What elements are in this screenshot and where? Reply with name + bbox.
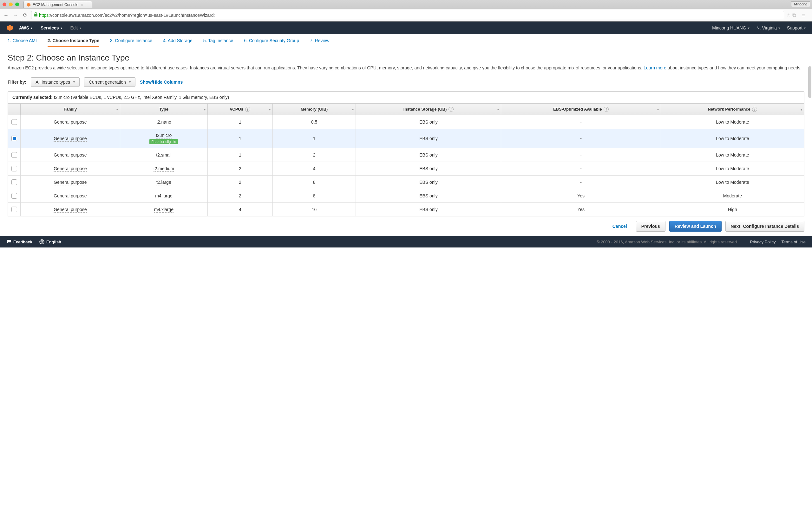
nav-reload-icon[interactable]: ⟳ bbox=[21, 12, 29, 18]
sort-icon: ▾ bbox=[801, 107, 802, 111]
table-row[interactable]: General purposem4.xlarge416EBS onlyYesHi… bbox=[8, 203, 804, 216]
wizard-step-4[interactable]: 5. Tag Instance bbox=[203, 38, 234, 47]
nav-services[interactable]: Services ▾ bbox=[41, 25, 62, 31]
info-icon[interactable]: i bbox=[449, 107, 454, 112]
wizard-step-1[interactable]: 2. Choose Instance Type bbox=[48, 38, 99, 47]
table-row[interactable]: General purposem4.large28EBS onlyYesMode… bbox=[8, 189, 804, 203]
family-cell: General purpose bbox=[54, 193, 87, 199]
sort-icon: ▾ bbox=[116, 107, 118, 111]
memory-cell: 2 bbox=[272, 148, 356, 162]
table-row[interactable]: General purposet2.small12EBS only-Low to… bbox=[8, 148, 804, 162]
menu-icon[interactable]: ≡ bbox=[800, 12, 807, 18]
info-icon[interactable]: i bbox=[245, 107, 250, 112]
info-icon[interactable]: i bbox=[604, 107, 609, 112]
address-bar: ← → ⟳ https://console.aws.amazon.com/ec2… bbox=[0, 9, 812, 21]
wizard-step-2[interactable]: 3. Configure Instance bbox=[110, 38, 152, 47]
info-icon[interactable]: i bbox=[752, 107, 757, 112]
page-body: Step 2: Choose an Instance Type Amazon E… bbox=[0, 47, 812, 216]
col-family[interactable]: Family▾ bbox=[20, 103, 120, 115]
nav-support[interactable]: Support ▾ bbox=[787, 25, 806, 31]
vcpus-cell: 4 bbox=[207, 203, 272, 216]
bookmark-icon[interactable]: ☆ bbox=[786, 13, 791, 17]
tab-close-icon[interactable]: × bbox=[81, 3, 83, 7]
col-ebsopt[interactable]: EBS-Optimized Available i▾ bbox=[501, 103, 661, 115]
action-bar: Cancel Previous Review and Launch Next: … bbox=[0, 216, 812, 236]
nav-user[interactable]: Mincong HUANG ▾ bbox=[712, 25, 749, 31]
table-row[interactable]: General purposet2.large28EBS only-Low to… bbox=[8, 176, 804, 189]
vcpus-cell: 2 bbox=[207, 162, 272, 176]
caret-down-icon: ▾ bbox=[129, 80, 131, 83]
speech-bubble-icon bbox=[6, 239, 11, 244]
col-vcpus[interactable]: vCPUs i▾ bbox=[207, 103, 272, 115]
row-checkbox[interactable] bbox=[11, 119, 17, 125]
table-row[interactable]: General purposet2.nano10.5EBS only-Low t… bbox=[8, 115, 804, 129]
wizard-step-0[interactable]: 1. Choose AMI bbox=[8, 38, 37, 47]
window-close-icon[interactable] bbox=[3, 3, 6, 6]
desc-text-2: about instance types and how they can me… bbox=[666, 65, 802, 70]
row-checkbox[interactable] bbox=[11, 166, 17, 171]
nav-aws[interactable]: AWS ▾ bbox=[19, 25, 32, 31]
aws-logo-icon[interactable] bbox=[6, 24, 13, 32]
aws-favicon-icon bbox=[26, 3, 31, 7]
storage-cell: EBS only bbox=[356, 129, 501, 148]
col-storage[interactable]: Instance Storage (GB) i▾ bbox=[356, 103, 501, 115]
window-minimize-icon[interactable] bbox=[9, 3, 13, 6]
nav-region[interactable]: N. Virginia ▾ bbox=[757, 25, 780, 31]
vcpus-cell: 2 bbox=[207, 176, 272, 189]
row-checkbox[interactable] bbox=[11, 135, 17, 141]
network-cell: Low to Moderate bbox=[661, 148, 804, 162]
nav-edit[interactable]: Edit ▾ bbox=[70, 25, 81, 31]
window-maximize-icon[interactable] bbox=[15, 3, 19, 6]
row-checkbox[interactable] bbox=[11, 179, 17, 185]
nav-forward-icon[interactable]: → bbox=[12, 12, 19, 18]
table-row[interactable]: General purposet2.medium24EBS only-Low t… bbox=[8, 162, 804, 176]
scrollbar[interactable] bbox=[808, 66, 811, 98]
url-input[interactable]: https://console.aws.amazon.com/ec2/v2/ho… bbox=[31, 11, 784, 19]
feedback-button[interactable]: Feedback bbox=[6, 239, 32, 244]
cancel-button[interactable]: Cancel bbox=[607, 221, 632, 231]
type-cell: t2.nano bbox=[156, 119, 171, 125]
filter-instance-types-dropdown[interactable]: All instance types▾ bbox=[31, 77, 80, 87]
previous-button[interactable]: Previous bbox=[636, 221, 665, 232]
col-memory[interactable]: Memory (GiB)▾ bbox=[272, 103, 356, 115]
row-checkbox[interactable] bbox=[11, 193, 17, 199]
col-type[interactable]: Type▾ bbox=[120, 103, 207, 115]
review-launch-button[interactable]: Review and Launch bbox=[669, 221, 722, 232]
filter-generation-dropdown[interactable]: Current generation▾ bbox=[84, 77, 136, 87]
tab-title: EC2 Management Console bbox=[33, 3, 78, 7]
caret-down-icon: ▾ bbox=[73, 80, 75, 83]
learn-more-link[interactable]: Learn more bbox=[644, 65, 666, 70]
col-network[interactable]: Network Performance i▾ bbox=[661, 103, 804, 115]
table-row[interactable]: General purposet2.microFree tier eligibl… bbox=[8, 129, 804, 148]
caret-down-icon: ▾ bbox=[61, 26, 62, 30]
lock-icon bbox=[34, 12, 38, 18]
free-tier-badge: Free tier eligible bbox=[149, 139, 178, 144]
chrome-profile-badge[interactable]: Mincong bbox=[791, 1, 810, 7]
network-cell: Low to Moderate bbox=[661, 162, 804, 176]
wizard-step-5[interactable]: 6. Configure Security Group bbox=[244, 38, 299, 47]
network-cell: Low to Moderate bbox=[661, 115, 804, 129]
caret-down-icon: ▾ bbox=[778, 26, 780, 30]
type-cell: t2.micro bbox=[156, 133, 171, 138]
svg-rect-1 bbox=[34, 14, 38, 16]
filter-row: Filter by: All instance types▾ Current g… bbox=[8, 77, 804, 87]
row-checkbox[interactable] bbox=[11, 207, 17, 212]
wizard-step-6[interactable]: 7. Review bbox=[310, 38, 329, 47]
ebs_opt-cell: - bbox=[501, 162, 661, 176]
wizard-step-3[interactable]: 4. Add Storage bbox=[163, 38, 193, 47]
caret-down-icon: ▾ bbox=[804, 26, 806, 30]
svg-marker-2 bbox=[7, 25, 13, 31]
type-cell: t2.small bbox=[156, 153, 171, 158]
privacy-link[interactable]: Privacy Policy bbox=[750, 239, 776, 244]
nav-back-icon[interactable]: ← bbox=[3, 12, 9, 18]
tab-bar: EC2 Management Console × Mincong bbox=[0, 0, 812, 9]
extensions-icon[interactable]: ⧉ bbox=[791, 12, 798, 18]
show-hide-columns-link[interactable]: Show/Hide Columns bbox=[140, 79, 183, 84]
terms-link[interactable]: Terms of Use bbox=[781, 239, 806, 244]
browser-tab[interactable]: EC2 Management Console × bbox=[23, 1, 92, 8]
row-checkbox[interactable] bbox=[11, 152, 17, 158]
ebs_opt-cell: Yes bbox=[501, 203, 661, 216]
language-selector[interactable]: English bbox=[39, 239, 61, 244]
col-select[interactable] bbox=[8, 103, 20, 115]
next-button[interactable]: Next: Configure Instance Details bbox=[725, 221, 805, 232]
